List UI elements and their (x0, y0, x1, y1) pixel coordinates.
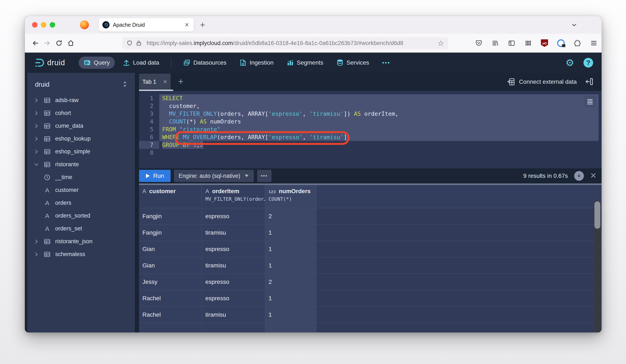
result-cell[interactable] (265, 323, 316, 332)
result-cell[interactable]: Fangjin (139, 208, 202, 224)
nav-item-ingestion[interactable]: Ingestion (235, 57, 279, 69)
lock-icon[interactable] (136, 40, 142, 46)
result-cell[interactable]: tiramisu (202, 307, 265, 323)
sidebar-item-ristorante-json[interactable]: ristorante_json (27, 235, 135, 248)
sidebar-item-adsb-raw[interactable]: adsb-raw (27, 94, 135, 107)
sidebar-item-schemaless[interactable]: schemaless (27, 248, 135, 261)
sidebar-item-eshop-simple[interactable]: eshop_simple (27, 145, 135, 158)
result-cell[interactable]: tiramisu (202, 225, 265, 241)
nav-item-services[interactable]: Services (331, 57, 374, 69)
ublock-icon[interactable]: uO (541, 39, 548, 47)
url-bar[interactable]: https://imply-sales.implycloud.com/druid… (122, 37, 448, 49)
result-cell[interactable]: 1 (265, 225, 316, 241)
chevron-down-icon[interactable] (34, 162, 40, 167)
gear-icon[interactable]: ⚙ (566, 58, 574, 67)
navbar-more-button[interactable]: ••• (377, 57, 395, 68)
back-button[interactable] (30, 37, 41, 49)
druid-logo[interactable]: druid (34, 57, 65, 68)
forward-button[interactable] (41, 37, 53, 49)
panel-splitter[interactable] (139, 183, 602, 185)
engine-select[interactable]: Engine: auto (sql-native) (174, 170, 254, 182)
result-cell[interactable]: 1 (265, 290, 316, 306)
close-results-icon[interactable] (590, 172, 596, 179)
browser-tab[interactable]: Apache Druid ✕ (99, 18, 194, 32)
chevron-right-icon[interactable] (34, 149, 40, 154)
result-cell[interactable]: espresso (202, 274, 265, 290)
sort-icon[interactable] (122, 81, 128, 88)
chevron-right-icon[interactable] (34, 98, 40, 103)
tracking-shield-icon[interactable] (126, 40, 133, 46)
result-cell[interactable] (139, 323, 202, 332)
result-cell[interactable]: Gian (139, 241, 202, 257)
nav-item-query[interactable]: Query (78, 57, 115, 69)
result-cell[interactable]: Rachel (139, 290, 202, 306)
result-cell[interactable]: Gian (139, 258, 202, 273)
result-cell[interactable]: espresso (202, 290, 265, 306)
result-cell[interactable] (202, 323, 265, 332)
query-tab-close-icon[interactable]: ✕ (163, 79, 167, 85)
menu-icon[interactable] (590, 39, 598, 47)
new-query-tab-button[interactable]: + (178, 77, 184, 87)
result-cell[interactable]: 2 (265, 208, 316, 224)
sql-editor[interactable]: 1SELECT2 customer,3 MV_FILTER_ONLY(order… (139, 91, 602, 168)
sidebar-item-cohort[interactable]: cohort (27, 107, 135, 120)
query-more-button[interactable]: ••• (257, 170, 272, 182)
close-window-button[interactable] (32, 22, 38, 28)
home-button[interactable] (65, 37, 77, 49)
chevron-right-icon[interactable] (34, 110, 40, 116)
results-scrollbar-thumb[interactable] (594, 201, 600, 229)
reload-button[interactable] (53, 37, 65, 49)
help-icon[interactable]: ? (584, 58, 593, 67)
toolbar-extension-area: uO (475, 34, 598, 53)
chevron-right-icon[interactable] (34, 239, 40, 244)
minimize-window-button[interactable] (41, 22, 46, 28)
column-header-customer[interactable]: Acustomer (139, 185, 202, 208)
containers-icon[interactable] (524, 39, 532, 47)
sidebar-item-orders[interactable]: Aorders (27, 197, 135, 209)
sidebar-item-customer[interactable]: Acustomer (27, 184, 135, 197)
result-cell[interactable]: Fangjin (139, 225, 202, 241)
chevron-right-icon[interactable] (34, 136, 40, 142)
nav-item-segments[interactable]: Segments (282, 57, 328, 69)
result-cell[interactable]: Jessy (139, 274, 202, 290)
query-tab[interactable]: Tab 1 ✕ (139, 74, 171, 90)
result-cell[interactable]: tiramisu (202, 258, 265, 273)
new-tab-button[interactable]: + (200, 21, 205, 29)
result-cell[interactable]: espresso (202, 208, 265, 224)
sidebar-item-time[interactable]: __time (27, 171, 135, 184)
extensions-icon[interactable] (573, 39, 581, 47)
nav-item-datasources[interactable]: Datasources (178, 57, 232, 69)
library-icon[interactable] (491, 39, 499, 47)
result-cell[interactable]: espresso (202, 241, 265, 257)
sidebar-item-eshop-lookup[interactable]: eshop_lookup (27, 132, 135, 145)
result-cell[interactable]: 1 (265, 307, 316, 323)
zoom-window-button[interactable] (50, 22, 55, 28)
bookmark-star-icon[interactable]: ☆ (438, 39, 444, 47)
column-header-orderitem[interactable]: AorderItemMV_FILTER_ONLY(order… (202, 185, 265, 208)
header-filler (316, 185, 602, 208)
result-cell[interactable]: 2 (265, 274, 316, 290)
nav-item-load-data[interactable]: Load data (118, 57, 164, 69)
download-results-icon[interactable] (574, 171, 584, 181)
sidebar-item-cume-data[interactable]: cume_data (27, 120, 135, 132)
connect-external-data-button[interactable]: Connect external data (507, 73, 577, 91)
sidebar-icon[interactable] (508, 39, 516, 47)
schema-header[interactable]: druid (27, 73, 135, 92)
tab-close-icon[interactable]: ✕ (184, 22, 190, 28)
column-header-numorders[interactable]: 123numOrdersCOUNT(*) (265, 185, 316, 208)
onepassword-icon[interactable] (557, 39, 565, 47)
run-button[interactable]: Run (139, 170, 171, 182)
tab-overflow-chevron-icon[interactable] (570, 21, 578, 30)
editor-menu-icon[interactable] (584, 96, 596, 108)
sidebar-item-orders-set[interactable]: Aorders_set (27, 222, 135, 235)
firefox-view-icon[interactable] (80, 20, 89, 29)
result-cell[interactable]: 1 (265, 258, 316, 273)
collapse-panel-icon[interactable] (585, 77, 594, 87)
chevron-right-icon[interactable] (34, 123, 40, 129)
sidebar-item-orders-sorted[interactable]: Aorders_sorted (27, 209, 135, 222)
pocket-icon[interactable] (475, 39, 483, 47)
sidebar-item-ristorante[interactable]: ristorante (27, 158, 135, 171)
chevron-right-icon[interactable] (34, 252, 40, 257)
result-cell[interactable]: 1 (265, 241, 316, 257)
result-cell[interactable]: Rachel (139, 307, 202, 323)
